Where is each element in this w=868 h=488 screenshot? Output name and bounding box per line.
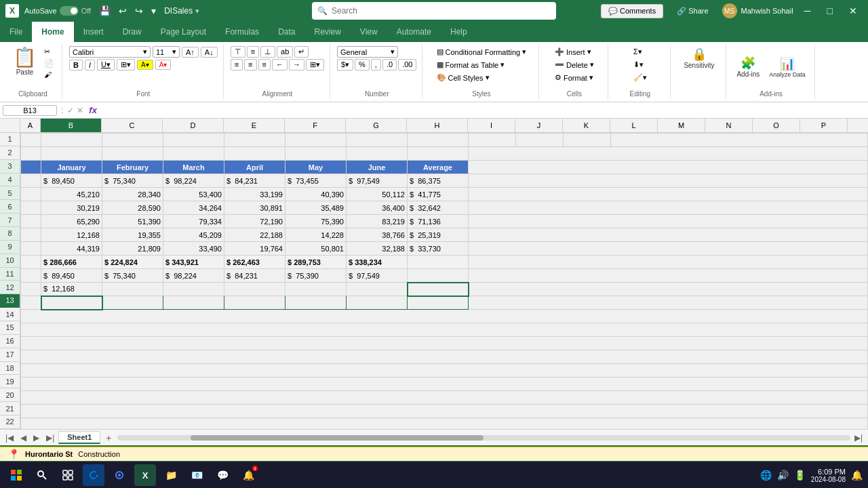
row-header-9[interactable]: 9 <box>0 241 20 254</box>
row-header-8[interactable]: 8 <box>0 227 20 241</box>
tab-file[interactable]: File <box>0 22 32 42</box>
underline-button[interactable]: U▾ <box>97 59 115 70</box>
clear-btn[interactable]: 🧹▾ <box>631 72 650 83</box>
formula-input[interactable] <box>102 106 865 115</box>
cell-a7[interactable] <box>21 215 41 228</box>
cell-f2[interactable] <box>285 147 347 161</box>
cell-h2[interactable] <box>408 147 469 161</box>
row-header-11[interactable]: 11 <box>0 268 20 281</box>
cell-styles-btn[interactable]: 🎨 Cell Styles ▾ <box>434 72 492 83</box>
network-icon[interactable]: 🌐 <box>760 470 772 481</box>
comma-btn[interactable]: , <box>371 59 381 70</box>
notification-badge[interactable]: 🔔 4 <box>237 464 259 486</box>
teams-btn[interactable]: 💬 <box>212 464 233 486</box>
cell-e5[interactable]: 33,199 <box>224 188 285 201</box>
cell-d9[interactable]: 33,490 <box>163 242 224 256</box>
empty-row-18[interactable] <box>21 364 868 378</box>
percent-btn[interactable]: % <box>355 59 370 70</box>
cell-a6[interactable] <box>21 201 41 215</box>
cell-e13[interactable] <box>224 296 285 310</box>
tab-help[interactable]: Help <box>441 22 477 42</box>
row-header-16[interactable]: 16 <box>0 335 20 348</box>
cell-f1[interactable] <box>285 134 347 147</box>
sheet-nav-prev[interactable]: ◀ <box>18 432 29 444</box>
cell-h8[interactable]: $ 25,319 <box>408 228 469 242</box>
cell-f10[interactable]: $ 289,753 <box>285 256 347 269</box>
cell-rest-12[interactable] <box>469 283 868 296</box>
delete-btn[interactable]: ➖ Delete ▾ <box>552 59 597 70</box>
format-btn[interactable]: ⚙ Format ▾ <box>552 72 596 83</box>
row-header-17[interactable]: 17 <box>0 348 20 362</box>
cell-g11[interactable]: $ 97,549 <box>347 269 408 283</box>
redo-qat-btn[interactable]: ↪ <box>132 4 146 18</box>
cell-h5[interactable]: $ 41,775 <box>408 188 469 201</box>
paste-button[interactable]: 📋 Paste <box>9 46 40 78</box>
comments-button[interactable]: 💬 Comments <box>601 4 663 18</box>
cell-d10[interactable]: $ 343,921 <box>163 256 224 269</box>
cell-h3[interactable]: Average <box>408 161 469 174</box>
indent-inc-btn[interactable]: → <box>289 59 304 70</box>
cell-rest-7[interactable] <box>469 215 868 228</box>
cell-a5[interactable] <box>21 188 41 201</box>
col-header-l[interactable]: L <box>610 119 658 132</box>
cell-d3[interactable]: March <box>163 161 224 174</box>
tab-review[interactable]: Review <box>304 22 350 42</box>
add-sheet-button[interactable]: + <box>102 431 115 445</box>
check-icon[interactable]: ✓ <box>67 106 74 115</box>
row-header-6[interactable]: 6 <box>0 200 20 214</box>
row-header-14[interactable]: 14 <box>0 308 20 321</box>
cell-f3[interactable]: May <box>285 161 347 174</box>
col-header-q[interactable]: Q <box>848 119 868 132</box>
row-header-3[interactable]: 3 <box>0 160 20 174</box>
col-header-o[interactable]: O <box>753 119 800 132</box>
close-button[interactable]: ✕ <box>844 4 863 18</box>
volume-icon[interactable]: 🔊 <box>777 470 789 481</box>
sheet-nav-end[interactable]: ▶| <box>852 432 865 444</box>
cell-a3[interactable] <box>21 161 41 174</box>
empty-row-17[interactable] <box>21 350 868 364</box>
col-header-i[interactable]: I <box>468 119 515 132</box>
cell-h11[interactable] <box>408 269 469 283</box>
cell-h7[interactable]: $ 71,136 <box>408 215 469 228</box>
cell-j1[interactable] <box>516 134 564 147</box>
row-header-21[interactable]: 21 <box>0 402 20 415</box>
sheet-tab-sheet1[interactable]: Sheet1 <box>58 431 100 444</box>
cell-e4[interactable]: $ 84,231 <box>224 174 285 188</box>
copy-button[interactable]: 📄 <box>41 58 56 69</box>
cell-g7[interactable]: 83,219 <box>347 215 408 228</box>
cut-button[interactable]: ✂ <box>41 46 56 58</box>
tab-view[interactable]: View <box>351 22 387 42</box>
col-header-b[interactable]: B <box>41 119 102 132</box>
cell-b13-active[interactable] <box>41 296 102 310</box>
cell-e9[interactable]: 19,764 <box>224 242 285 256</box>
cell-g12[interactable] <box>347 283 408 296</box>
font-family-select[interactable]: Calibri ▾ <box>69 46 151 58</box>
cell-f8[interactable]: 14,228 <box>285 228 347 242</box>
minimize-button[interactable]: ─ <box>799 4 816 18</box>
cell-b3[interactable]: January <box>41 161 102 174</box>
cell-g10[interactable]: $ 338,234 <box>347 256 408 269</box>
tab-home[interactable]: Home <box>32 22 73 42</box>
tab-draw[interactable]: Draw <box>113 22 151 42</box>
cell-rest-2[interactable] <box>469 147 868 161</box>
tab-data[interactable]: Data <box>269 22 304 42</box>
cell-b4[interactable]: $ 89,450 <box>41 174 102 188</box>
fill-btn[interactable]: ⬇▾ <box>631 59 646 70</box>
cancel-icon[interactable]: ✕ <box>77 106 83 115</box>
sheet-nav-next[interactable]: ▶ <box>31 432 42 444</box>
autosum-btn[interactable]: Σ▾ <box>631 46 645 58</box>
cell-d11[interactable]: $ 98,224 <box>163 269 224 283</box>
cell-d1[interactable] <box>163 134 224 147</box>
grid-scroll-area[interactable]: January February March April May June Av… <box>20 133 868 429</box>
cell-b7[interactable]: 65,290 <box>41 215 102 228</box>
cell-g5[interactable]: 50,112 <box>347 188 408 201</box>
cell-g8[interactable]: 38,766 <box>347 228 408 242</box>
col-header-m[interactable]: M <box>658 119 705 132</box>
autosave-toggle[interactable] <box>60 6 79 16</box>
hscroll-thumb[interactable] <box>191 435 484 441</box>
currency-btn[interactable]: $▾ <box>337 59 353 70</box>
cell-rest-3[interactable] <box>469 161 868 174</box>
empty-row-20[interactable] <box>21 391 868 405</box>
indent-dec-btn[interactable]: ← <box>272 59 288 70</box>
cell-c2[interactable] <box>102 147 163 161</box>
